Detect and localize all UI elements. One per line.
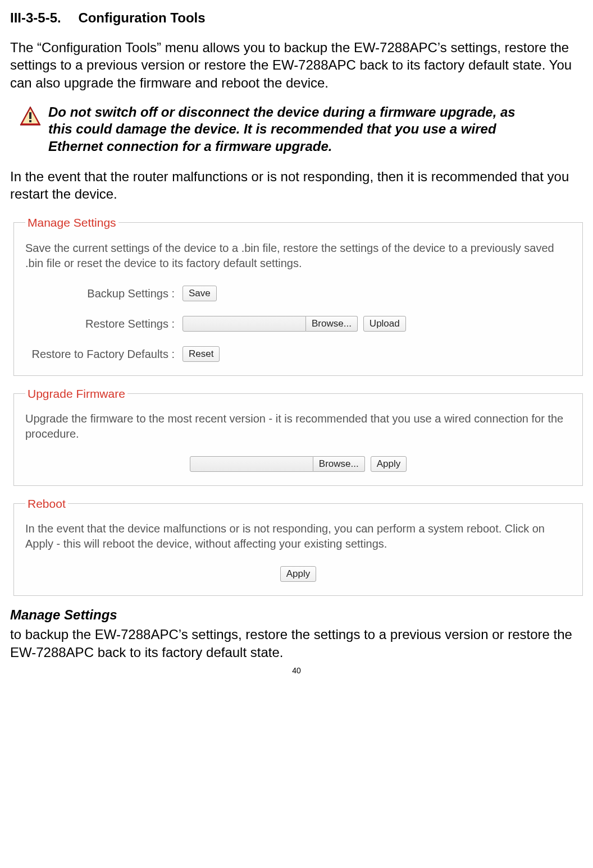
manage-settings-panel: Manage Settings Save the current setting…: [13, 215, 583, 375]
page-number: 40: [10, 665, 583, 676]
save-button[interactable]: Save: [183, 286, 217, 301]
backup-settings-label: Backup Settings :: [25, 286, 183, 301]
upgrade-firmware-description: Upgrade the firmware to the most recent …: [25, 411, 571, 442]
upgrade-file-group: Browse...: [190, 456, 365, 472]
post-warning-paragraph: In the event that the router malfunction…: [10, 168, 583, 203]
upgrade-apply-button[interactable]: Apply: [371, 456, 407, 472]
upgrade-firmware-panel: Upgrade Firmware Upgrade the firmware to…: [13, 386, 583, 486]
restore-browse-button[interactable]: Browse...: [306, 316, 358, 332]
config-screenshot: Manage Settings Save the current setting…: [13, 215, 583, 596]
restore-settings-label: Restore Settings :: [25, 316, 183, 331]
manage-settings-legend: Manage Settings: [25, 215, 118, 230]
upgrade-file-input[interactable]: [190, 456, 313, 472]
warning-icon: [19, 105, 42, 131]
warning-text: Do not switch off or disconnect the devi…: [48, 104, 583, 155]
intro-paragraph: The “Configuration Tools” menu allows yo…: [10, 39, 583, 91]
manage-settings-description: Save the current settings of the device …: [25, 241, 571, 271]
warning-block: Do not switch off or disconnect the devi…: [19, 104, 583, 155]
restore-file-input[interactable]: [183, 316, 306, 332]
factory-defaults-label: Restore to Factory Defaults :: [25, 347, 183, 361]
restore-settings-row: Restore Settings : Browse... Upload: [25, 316, 571, 332]
restore-file-group: Browse...: [183, 316, 358, 332]
section-title: Configuration Tools: [78, 10, 205, 25]
section-number: III-3-5-5.: [10, 9, 61, 26]
reboot-legend: Reboot: [25, 496, 68, 511]
backup-settings-row: Backup Settings : Save: [25, 286, 571, 301]
reboot-row: Apply: [25, 566, 571, 582]
manage-settings-subtitle: Manage Settings: [10, 606, 583, 623]
reboot-apply-button[interactable]: Apply: [280, 566, 317, 582]
upgrade-browse-button[interactable]: Browse...: [313, 456, 365, 472]
section-heading: III-3-5-5. Configuration Tools: [10, 9, 583, 26]
upgrade-row: Browse... Apply: [25, 456, 571, 472]
manage-settings-body: to backup the EW-7288APC’s settings, res…: [10, 626, 583, 660]
svg-rect-3: [29, 120, 31, 122]
upgrade-firmware-legend: Upgrade Firmware: [25, 386, 127, 401]
upload-button[interactable]: Upload: [363, 316, 406, 332]
reboot-panel: Reboot In the event that the device malf…: [13, 496, 583, 596]
reboot-description: In the event that the device malfunction…: [25, 521, 571, 552]
factory-defaults-row: Restore to Factory Defaults : Reset: [25, 346, 571, 362]
reset-button[interactable]: Reset: [183, 346, 220, 362]
svg-rect-2: [29, 112, 31, 119]
